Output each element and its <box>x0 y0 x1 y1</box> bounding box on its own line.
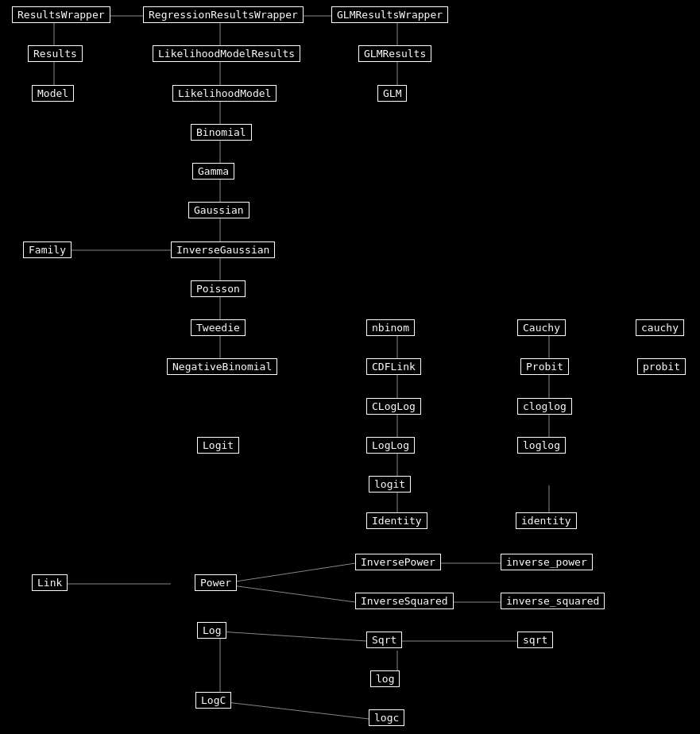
node-glmresults: GLMResults <box>358 45 431 62</box>
node-glm: GLM <box>377 85 407 102</box>
svg-line-31 <box>220 632 366 641</box>
node-logit: logit <box>369 476 411 493</box>
node-inversepower: InversePower <box>355 554 441 570</box>
node-glmresultswrapper: GLMResultsWrapper <box>331 6 448 23</box>
node-cloglog: cloglog <box>517 398 572 415</box>
node-probit: Probit <box>520 358 569 375</box>
node-gamma: Gamma <box>192 163 234 180</box>
node-inverse_squared: inverse_squared <box>501 593 605 609</box>
node-cauchy: Cauchy <box>517 319 566 336</box>
node-cdflink: CDFLink <box>366 358 421 375</box>
node-log: log <box>370 670 400 687</box>
node-probit: probit <box>637 358 686 375</box>
svg-line-27 <box>220 584 355 602</box>
node-power: Power <box>195 574 237 591</box>
node-inversegaussian: InverseGaussian <box>171 241 275 258</box>
node-likelihoodmodel: LikelihoodModel <box>172 85 277 102</box>
node-results: Results <box>28 45 83 62</box>
node-sqrt: Sqrt <box>366 632 402 648</box>
node-loglog: loglog <box>517 437 566 454</box>
node-nbinom: nbinom <box>366 319 415 336</box>
node-poisson: Poisson <box>191 280 246 297</box>
connector-lines <box>0 0 700 734</box>
svg-line-34 <box>220 701 369 719</box>
node-logc: logc <box>369 709 404 726</box>
node-regressionresultswrapper: RegressionResultsWrapper <box>143 6 304 23</box>
node-identity: Identity <box>366 512 427 529</box>
node-cloglog: CLogLog <box>366 398 421 415</box>
node-log: Log <box>197 622 226 639</box>
node-binomial: Binomial <box>191 124 252 141</box>
class-diagram: ResultsWrapperRegressionResultsWrapperGL… <box>0 0 700 734</box>
node-loglog: LogLog <box>366 437 415 454</box>
node-negativebinomial: NegativeBinomial <box>167 358 277 375</box>
node-family: Family <box>23 241 72 258</box>
node-sqrt: sqrt <box>517 632 553 648</box>
node-resultswrapper: ResultsWrapper <box>12 6 110 23</box>
node-link: Link <box>32 574 68 591</box>
node-logit: Logit <box>197 437 239 454</box>
node-inversesquared: InverseSquared <box>355 593 454 609</box>
node-identity: identity <box>516 512 577 529</box>
node-tweedie: Tweedie <box>191 319 246 336</box>
node-model: Model <box>32 85 74 102</box>
node-cauchy: cauchy <box>636 319 684 336</box>
node-logc: LogC <box>195 692 231 709</box>
node-gaussian: Gaussian <box>188 202 249 218</box>
node-likelihoodmodelresults: LikelihoodModelResults <box>153 45 300 62</box>
node-inverse_power: inverse_power <box>501 554 593 570</box>
svg-line-26 <box>220 563 355 584</box>
